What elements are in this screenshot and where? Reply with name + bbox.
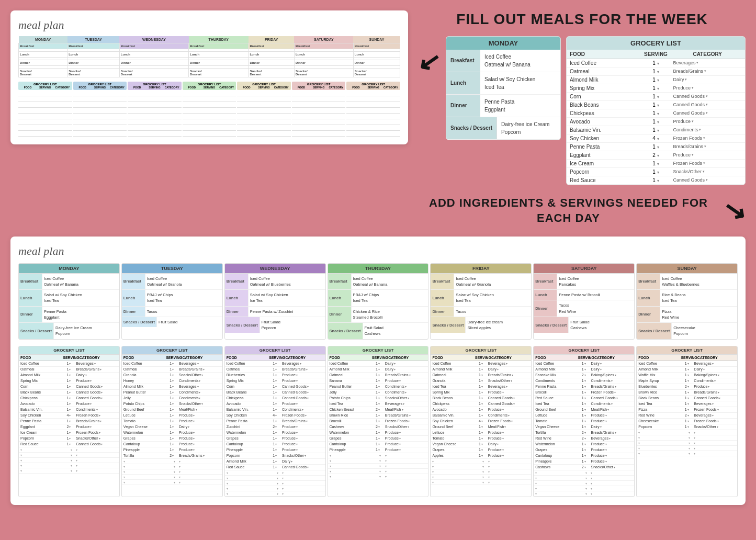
grocery-category-cell: Canned Goods▾ xyxy=(282,396,324,400)
food-cell: Balsamic Vin. xyxy=(570,127,639,133)
category-cell: Frozen Foods ▾ xyxy=(673,161,742,166)
grocery-food-cell: Iced Coffee xyxy=(330,362,376,365)
full-thu-snacks-items: Fruit SaladCashews xyxy=(363,323,385,339)
grocery-category-cell: Produce▾ xyxy=(488,408,530,411)
grocery-serving-cell: 1▾ xyxy=(582,442,591,446)
grocery-item-row: Chickpeas1 ▾Canned Goods ▾ xyxy=(567,109,745,118)
grocery-fri-header: GROCERY LIST xyxy=(431,346,531,355)
grocery-food-cell: Zucchini xyxy=(227,425,273,429)
grocery-category-cell: Condiments▾ xyxy=(76,408,118,411)
food-col-header: FOOD xyxy=(570,51,639,57)
grocery-food-cell: Potato Chips xyxy=(123,402,170,406)
grocery-item-row: Oatmeal1▾Breads/Grains▾ xyxy=(19,367,119,373)
grocery-serving-cell: 1▾ xyxy=(479,390,488,394)
food-cell: Popcorn xyxy=(570,169,639,175)
grocery-serving-cell: 1▾ xyxy=(170,402,179,406)
grocery-label: GROCERY LISTFOODSERVINGCATEGORY xyxy=(237,82,291,90)
grocery-serving-cell: 1▾ xyxy=(582,402,591,406)
col1-rows xyxy=(18,92,72,137)
category-header: CATEGORY xyxy=(183,356,221,359)
monday-header: MONDAY xyxy=(446,37,560,50)
grocery-category-cell: Breads/Grains▾ xyxy=(385,373,427,377)
category-cell: Snacks/Other ▾ xyxy=(673,169,742,174)
grocery-food-cell: Iced Coffee xyxy=(227,362,273,365)
grocery-category-cell: Dairy▾ xyxy=(179,425,221,429)
grocery-food-cell: Oatmeal xyxy=(227,367,273,371)
full-thu-lunch-items: PB&J w/ ChipsIced Tea xyxy=(352,290,381,306)
grocery-category-cell: Frozen Foods▾ xyxy=(76,431,118,434)
grocery-serving-cell: 1▾ xyxy=(66,408,76,411)
preview-cell: Dinner xyxy=(119,60,188,66)
grocery-serving-cell: 1▾ xyxy=(170,390,179,394)
full-monday-col: MONDAY Breakfast Iced CoffeeOatmeal w/ B… xyxy=(18,263,120,340)
grocery-category-cell: Beverages▾ xyxy=(179,385,221,388)
grocery-serving-cell: 1▾ xyxy=(66,373,76,377)
serving-cell: 1 ▾ xyxy=(639,119,673,125)
preview-cell: Breakfast xyxy=(353,43,400,49)
grocery-item-row: Watermelon1▾Produce▾ xyxy=(534,442,634,447)
preview-cell: Snacks/Dessert xyxy=(353,69,400,77)
category-cell: Canned Goods ▾ xyxy=(673,177,742,183)
preview-cell: Lunch xyxy=(119,52,188,58)
grocery-sun-header: GROCERY LIST xyxy=(637,346,737,355)
grocery-food-cell: Pineapple xyxy=(227,448,273,452)
grocery-food-cell: Tomato xyxy=(535,419,582,423)
grocery-item-row: Blueberries2▾Produce▾ xyxy=(637,384,737,390)
grocery-category-cell: Produce▾ xyxy=(282,448,324,452)
serving-cell: 1 ▾ xyxy=(639,60,673,66)
grocery-friday-box: GROCERY LIST FOOD SERVING CATEGORY Iced … xyxy=(430,346,532,497)
full-sunday-col: SUNDAY Breakfast Iced CoffeeWaffles & Bl… xyxy=(636,263,738,340)
dinner-type: Dinner xyxy=(122,307,145,317)
grocery-item-row: Chickpeas1▾Canned Goods▾ xyxy=(19,396,119,401)
grocery-serving-cell: 2▾ xyxy=(376,425,385,429)
grocery-food-cell: Black Beans xyxy=(432,396,479,400)
grocery-category-cell: Produce▾ xyxy=(179,431,221,434)
arrow-left-icon: ↙ xyxy=(416,44,443,78)
grocery-empty-row: ▾▾▾ xyxy=(19,453,119,458)
grocery-item-row: Spring Mix1▾Produce▾ xyxy=(431,390,531,396)
serving-header: SERVING xyxy=(372,356,388,359)
preview-cell: Dinner xyxy=(249,60,295,66)
full-mon-dinner-items: Penne PastaEggplant xyxy=(42,307,68,323)
grocery-food-cell: Corn xyxy=(227,385,273,388)
grocery-category-cell: Canned Goods▾ xyxy=(488,402,530,406)
grocery-serving-cell: 1▾ xyxy=(66,379,76,383)
grocery-food-cell: Apples xyxy=(432,454,479,457)
preview-header-sat: SATURDAY xyxy=(294,36,353,43)
category-cell: Beverages ▾ xyxy=(673,60,742,65)
full-wed-lunch: Lunch Salad w/ Soy ChickenIce Tea xyxy=(225,290,325,307)
grocery-empty-row: ▾▾▾ xyxy=(534,486,634,491)
serving-header: SERVING xyxy=(578,356,594,359)
grocery-food-cell: Red Sauce xyxy=(20,442,66,446)
grocery-item-row: Red Sauce1▾Canned Goods▾ xyxy=(225,465,325,470)
grocery-empty-row: ▾▾▾ xyxy=(431,464,531,469)
grocery-serving-cell: 1▾ xyxy=(685,362,694,365)
grocery-empty-row: ▾▾▾ xyxy=(225,491,325,497)
grocery-category-cell: Produce▾ xyxy=(179,413,221,417)
grocery-category-cell: Produce▾ xyxy=(76,379,118,383)
grocery-food-cell: Brocolli xyxy=(330,419,376,423)
grocery-empty-row: ▾▾▾ xyxy=(637,451,737,456)
monday-lunch-row: Lunch Salad w/ Soy ChickenIced Tea xyxy=(446,72,560,95)
grocery-food-cell: Avocado xyxy=(20,402,66,406)
serving-cell: 1 ▾ xyxy=(639,110,673,116)
grocery-food-cell: Waffle Mix xyxy=(638,373,685,377)
serving-cell: 1 ▾ xyxy=(639,161,673,166)
arrow-right-icon: ↘ xyxy=(721,194,748,227)
grocery-serving-cell: 1▾ xyxy=(273,419,282,423)
breakfast-label: Breakfast xyxy=(446,50,480,72)
preview-cell: Snacks/Dessert xyxy=(294,69,353,77)
grocery-serving-cell: 1▾ xyxy=(376,396,385,400)
grocery-serving-cell: 1▾ xyxy=(376,448,385,452)
grocery-item-row: Ice Cream1 ▾Frozen Foods ▾ xyxy=(567,160,745,168)
preview-table: MONDAY TUESDAY WEDNESDAY THURSDAY FRIDAY… xyxy=(18,36,400,137)
grocery-category-cell: Produce▾ xyxy=(385,431,427,434)
grocery-food-cell: Iced Coffee xyxy=(432,362,479,365)
grocery-serving-cell: 1▾ xyxy=(170,367,179,371)
grocery-food-cell: Penne Pasta xyxy=(20,419,66,423)
grocery-food-cell: Peanut Butter xyxy=(123,390,170,394)
grocery-item-row: Oatmeal1▾Breads/Grains▾ xyxy=(122,367,222,373)
grocery-rows: Iced Coffee1 ▾Beverages ▾Oatmeal1 ▾Bread… xyxy=(567,59,745,185)
grocery-category-cell: Produce▾ xyxy=(488,431,530,434)
dinner-type: Dinner xyxy=(19,307,42,323)
